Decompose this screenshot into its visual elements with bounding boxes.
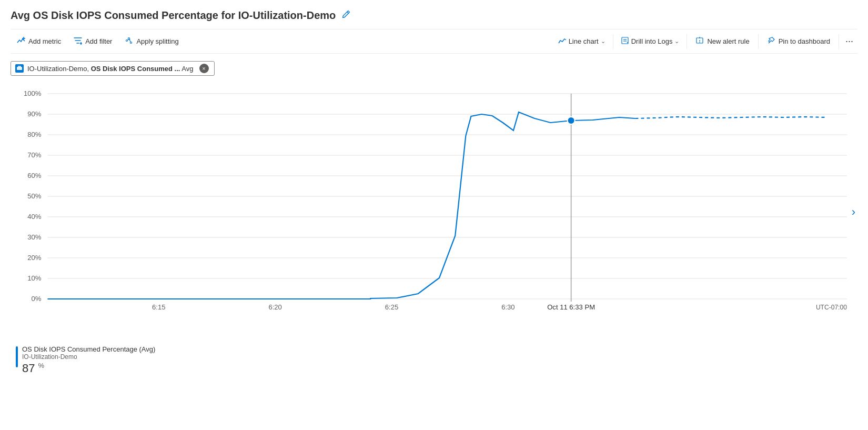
svg-text:20%: 20% — [27, 254, 42, 262]
add-metric-label: Add metric — [28, 37, 61, 45]
legend-title: OS Disk IOPS Consumed Percentage (Avg) — [22, 345, 155, 353]
line-chart-label: Line chart — [569, 37, 599, 45]
more-button[interactable]: ··· — [841, 33, 857, 50]
svg-text:6:20: 6:20 — [268, 303, 281, 311]
svg-text:6:25: 6:25 — [385, 303, 398, 311]
line-chart-caret: ⌄ — [601, 38, 605, 45]
legend-unit: % — [38, 362, 45, 369]
metric-pill-close-button[interactable]: × — [199, 64, 209, 73]
add-filter-button[interactable]: Add filter — [67, 33, 118, 49]
line-chart-icon — [558, 37, 567, 46]
svg-point-6 — [130, 42, 132, 44]
svg-text:Oct 11 6:33 PM: Oct 11 6:33 PM — [547, 303, 595, 311]
chart-next-arrow[interactable]: › — [852, 205, 855, 219]
svg-text:UTC-07:00: UTC-07:00 — [816, 304, 847, 311]
svg-point-42 — [568, 117, 575, 124]
svg-rect-18 — [18, 66, 21, 67]
edit-icon[interactable] — [341, 10, 350, 22]
svg-line-8 — [129, 39, 130, 42]
toolbar-divider-2 — [687, 34, 687, 49]
new-alert-rule-label: New alert rule — [707, 37, 749, 45]
svg-text:70%: 70% — [27, 151, 42, 159]
svg-text:90%: 90% — [27, 110, 42, 118]
svg-rect-9 — [622, 37, 628, 44]
metric-pill-text: IO-Utilization-Demo, OS Disk IOPS Consum… — [27, 65, 194, 73]
page-container: Avg OS Disk IOPS Consumed Percentage for… — [0, 0, 868, 381]
add-metric-button[interactable]: Add metric — [11, 33, 67, 49]
add-filter-label: Add filter — [85, 37, 112, 45]
legend-subtitle: IO-Utilization-Demo — [22, 353, 155, 361]
apply-splitting-icon — [125, 36, 133, 46]
svg-text:0%: 0% — [31, 295, 41, 303]
legend-area: OS Disk IOPS Consumed Percentage (Avg) I… — [11, 345, 857, 375]
drill-into-logs-caret: ⌄ — [674, 38, 679, 45]
svg-point-4 — [126, 40, 128, 42]
line-chart-button[interactable]: Line chart ⌄ — [553, 34, 611, 49]
legend-value: 87 % — [22, 362, 155, 375]
svg-text:10%: 10% — [27, 274, 42, 282]
toolbar: Add metric Add filter — [11, 29, 857, 54]
drill-into-logs-icon — [621, 36, 629, 46]
new-alert-rule-button[interactable]: New alert rule — [689, 33, 755, 49]
metric-resource: IO-Utilization-Demo — [27, 65, 87, 73]
more-icon: ··· — [845, 36, 853, 46]
svg-text:100%: 100% — [24, 89, 42, 97]
drill-into-logs-label: Drill into Logs — [631, 37, 673, 45]
toolbar-divider-3 — [758, 34, 759, 49]
title-row: Avg OS Disk IOPS Consumed Percentage for… — [11, 9, 857, 22]
svg-point-15 — [700, 42, 701, 43]
svg-text:50%: 50% — [27, 192, 42, 200]
pin-to-dashboard-label: Pin to dashboard — [779, 37, 830, 45]
chart-area: 100% 90% 80% 70% 60% 50% 40% 30% 20% 10%… — [11, 83, 857, 341]
page-title: Avg OS Disk IOPS Consumed Percentage for… — [11, 9, 336, 22]
drill-into-logs-button[interactable]: Drill into Logs ⌄ — [615, 33, 685, 49]
new-alert-rule-icon — [695, 36, 704, 46]
svg-text:80%: 80% — [27, 131, 42, 138]
chart-svg: 100% 90% 80% 70% 60% 50% 40% 30% 20% 10%… — [11, 83, 857, 315]
svg-text:6:15: 6:15 — [152, 303, 165, 311]
metric-aggregation: Avg — [181, 65, 193, 73]
svg-text:30%: 30% — [27, 233, 42, 241]
add-filter-icon — [74, 36, 82, 46]
apply-splitting-label: Apply splitting — [136, 37, 178, 45]
resource-icon — [15, 64, 24, 73]
legend-text-group: OS Disk IOPS Consumed Percentage (Avg) I… — [22, 345, 155, 375]
svg-text:40%: 40% — [27, 213, 42, 221]
add-metric-icon — [17, 36, 25, 46]
metric-pill: IO-Utilization-Demo, OS Disk IOPS Consum… — [11, 61, 215, 76]
legend-item: OS Disk IOPS Consumed Percentage (Avg) I… — [16, 345, 857, 375]
legend-bar — [16, 346, 18, 367]
svg-text:60%: 60% — [27, 172, 42, 179]
toolbar-divider-1 — [613, 34, 613, 49]
metric-name: OS Disk IOPS Consumed ... — [91, 65, 180, 73]
pin-to-dashboard-icon — [767, 36, 775, 46]
pin-to-dashboard-button[interactable]: Pin to dashboard — [761, 33, 836, 49]
toolbar-divider-4 — [839, 34, 839, 49]
svg-text:6:30: 6:30 — [501, 303, 514, 311]
apply-splitting-button[interactable]: Apply splitting — [118, 33, 185, 49]
